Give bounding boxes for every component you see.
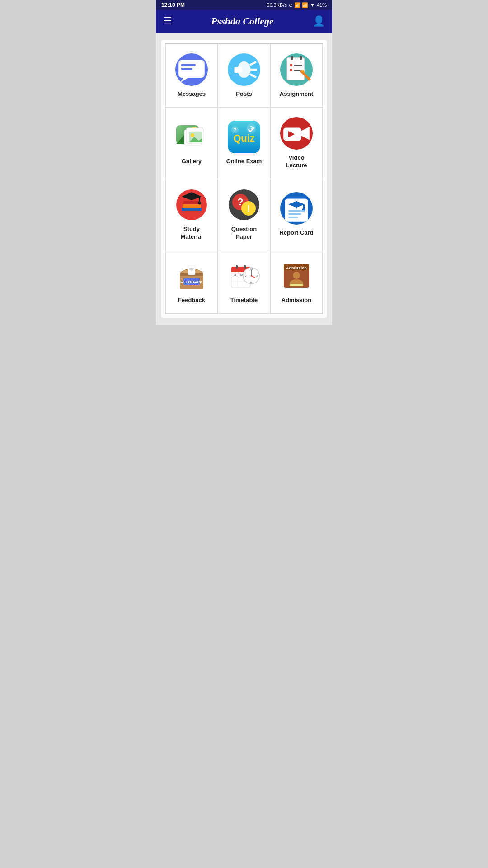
messages-label: Messages <box>178 90 206 98</box>
svg-line-9 <box>250 75 255 77</box>
menu-item-messages[interactable]: Messages <box>165 44 218 108</box>
wifi-icon: ▼ <box>310 2 315 8</box>
svg-text:9: 9 <box>245 274 246 277</box>
messages-icon <box>175 53 208 86</box>
menu-item-admission[interactable]: Admission Admission <box>270 250 323 314</box>
svg-rect-14 <box>294 65 302 66</box>
status-time: 12:10 PM <box>161 2 185 8</box>
svg-text:!: ! <box>247 203 250 213</box>
menu-item-timetable[interactable]: S M T 12 3 6 9 Timetab <box>218 250 270 314</box>
menu-item-online-exam[interactable]: Quiz ? ? Online Exam <box>218 108 270 179</box>
gallery-label: Gallery <box>182 158 202 165</box>
svg-rect-55 <box>288 213 301 215</box>
svg-rect-39 <box>182 208 202 211</box>
menu-item-assignment[interactable]: Assignment <box>270 44 323 108</box>
svg-rect-40 <box>183 204 201 208</box>
svg-rect-56 <box>288 217 298 218</box>
network-speed: 56.3KB/s <box>267 2 287 8</box>
posts-label: Posts <box>236 90 252 98</box>
svg-rect-43 <box>199 197 200 202</box>
svg-text:FEEDBACK: FEEDBACK <box>180 280 203 284</box>
svg-rect-1 <box>181 64 196 66</box>
svg-rect-10 <box>286 57 305 80</box>
timetable-label: Timetable <box>230 297 258 304</box>
status-bar: 12:10 PM 56.3KB/s ⊖ 📶 📶 ▼ 41% <box>156 0 332 10</box>
gallery-icon <box>175 121 208 153</box>
assignment-icon <box>280 53 313 86</box>
online-exam-icon: Quiz ? ? <box>228 121 260 153</box>
menu-item-report-card[interactable]: Report Card <box>270 179 323 250</box>
svg-rect-6 <box>234 73 238 77</box>
svg-text:?: ? <box>233 127 236 133</box>
battery: 41% <box>317 2 327 8</box>
report-card-icon <box>280 192 313 225</box>
svg-rect-5 <box>234 67 242 73</box>
svg-rect-68 <box>244 265 246 269</box>
svg-line-7 <box>250 62 255 65</box>
feedback-label: Feedback <box>178 297 205 304</box>
svg-rect-88 <box>290 284 303 286</box>
video-lecture-icon <box>280 117 313 150</box>
menu-grid: Messages Posts <box>165 43 323 314</box>
video-lecture-label: Video Lecture <box>286 154 307 170</box>
svg-text:Admission: Admission <box>286 266 307 270</box>
svg-marker-37 <box>301 127 310 140</box>
menu-item-study-material[interactable]: Study Material <box>165 179 218 250</box>
online-exam-label: Online Exam <box>226 158 262 165</box>
svg-rect-54 <box>288 210 305 212</box>
menu-item-feedback[interactable]: FEEDBACK Feedback <box>165 250 218 314</box>
svg-point-44 <box>198 201 201 204</box>
main-content: Messages Posts <box>156 33 332 325</box>
svg-point-87 <box>293 272 300 279</box>
svg-rect-15 <box>290 69 292 71</box>
menu-item-gallery[interactable]: Gallery <box>165 108 218 179</box>
question-paper-icon: ? ! <box>228 189 260 221</box>
svg-text:6: 6 <box>250 281 252 284</box>
svg-rect-61 <box>188 266 195 275</box>
svg-rect-13 <box>290 64 292 66</box>
svg-rect-62 <box>189 268 194 269</box>
feedback-icon: FEEDBACK <box>175 259 208 292</box>
svg-rect-16 <box>294 70 300 71</box>
study-material-icon <box>175 189 208 221</box>
question-paper-label: Question Paper <box>231 226 257 241</box>
svg-rect-41 <box>183 201 200 204</box>
svg-text:12: 12 <box>250 268 253 270</box>
assignment-label: Assignment <box>280 90 313 98</box>
report-card-label: Report Card <box>279 229 313 237</box>
svg-rect-67 <box>236 265 238 269</box>
svg-marker-3 <box>180 78 188 83</box>
svg-text:S: S <box>234 273 236 276</box>
signal-icon: ⊖ 📶 📶 <box>289 2 308 8</box>
menu-card: Messages Posts <box>161 40 327 318</box>
menu-item-question-paper[interactable]: ? ! Question Paper <box>218 179 270 250</box>
svg-rect-11 <box>291 56 293 60</box>
study-material-label: Study Material <box>180 226 202 241</box>
svg-rect-2 <box>181 68 192 70</box>
app-header: ☰ Psshda College 👤 <box>156 10 332 33</box>
posts-icon <box>228 53 260 86</box>
timetable-icon: S M T 12 3 6 9 <box>228 259 260 292</box>
menu-item-video-lecture[interactable]: Video Lecture <box>270 108 323 179</box>
admission-label: Admission <box>282 297 311 304</box>
app-title: Psshda College <box>211 15 274 27</box>
svg-point-26 <box>191 133 194 137</box>
bottom-area <box>156 325 332 334</box>
svg-rect-12 <box>300 56 302 60</box>
admission-icon: Admission <box>280 259 313 292</box>
svg-rect-63 <box>189 269 193 270</box>
svg-text:3: 3 <box>256 274 258 277</box>
svg-text:M: M <box>240 273 243 276</box>
hamburger-button[interactable]: ☰ <box>163 15 172 27</box>
menu-item-posts[interactable]: Posts <box>218 44 270 108</box>
status-right: 56.3KB/s ⊖ 📶 📶 ▼ 41% <box>267 2 327 8</box>
user-profile-button[interactable]: 👤 <box>313 15 325 27</box>
